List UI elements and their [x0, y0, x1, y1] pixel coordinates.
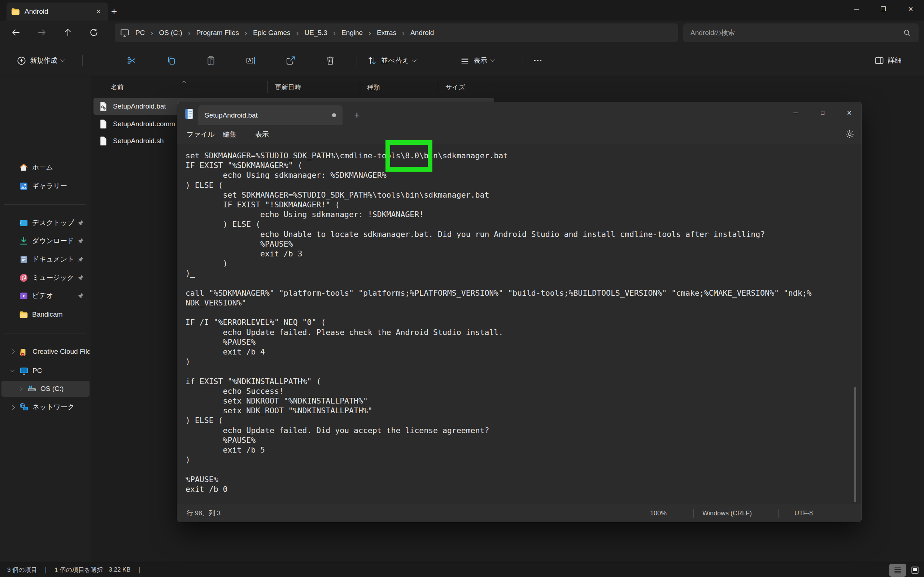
column-header-type[interactable]: 種類 — [367, 79, 380, 95]
view-list-icon — [460, 56, 470, 66]
breadcrumb-item[interactable]: PC — [132, 27, 149, 39]
cursor-position: 行 98、列 3 — [187, 504, 221, 522]
sidebar-item--[interactable]: ダウンロード — [2, 233, 89, 249]
notepad-new-tab-button[interactable]: + — [350, 108, 364, 122]
cut-button[interactable] — [122, 51, 142, 70]
copy-icon — [166, 55, 177, 66]
column-separator[interactable] — [267, 81, 268, 93]
sort-icon — [367, 55, 378, 66]
sidebar-item--[interactable]: デスクトップ — [2, 215, 89, 231]
notepad-scrollbar[interactable] — [855, 387, 856, 502]
up-button[interactable] — [58, 24, 78, 41]
column-separator[interactable] — [360, 81, 360, 93]
details-pane-button[interactable]: 詳細 — [869, 51, 907, 70]
column-header-name[interactable]: 名前 — [111, 79, 124, 95]
line-ending[interactable]: Windows (CRLF) — [703, 504, 752, 522]
pin-icon — [77, 292, 84, 299]
folder-icon — [11, 7, 20, 16]
file-name: SetupAndroid.bat — [113, 102, 166, 110]
tree-chevron-icon[interactable] — [10, 405, 15, 410]
notepad-title-bar[interactable]: SetupAndroid.bat + ─ □ × — [177, 102, 861, 126]
sidebar-item--[interactable]: ホーム — [2, 160, 89, 175]
notepad-text-area[interactable]: set SDKMANAGER=%STUDIO_SDK_PATH%\cmdline… — [177, 144, 861, 504]
column-separator[interactable] — [492, 81, 492, 93]
breadcrumb-separator-icon: › — [400, 29, 407, 37]
address-bar[interactable]: PC›OS (C:)›Program Files›Epic Games›UE_5… — [115, 23, 678, 42]
unsaved-changes-dot — [332, 113, 336, 117]
sidebar-item--[interactable]: ギャラリー — [2, 178, 89, 194]
explorer-status-bar: 3 個の項目 | 1 個の項目を選択 3.22 KB | — [0, 562, 924, 577]
window-maximize-button[interactable]: ❐ — [871, 0, 896, 18]
sidebar-divider — [4, 205, 86, 205]
arrow-left-icon — [11, 28, 21, 37]
refresh-button[interactable] — [84, 24, 104, 41]
breadcrumb-item[interactable]: Engine — [338, 27, 366, 39]
thumbnail-view-toggle[interactable] — [907, 564, 923, 577]
paste-button[interactable] — [201, 51, 221, 70]
details-pane-icon — [874, 56, 884, 66]
sidebar-item-label: ダウンロード — [32, 236, 77, 246]
sidebar-item--[interactable]: ビデオ — [2, 288, 89, 304]
window-close-button[interactable]: × — [898, 0, 923, 18]
sidebar-item-label: PC — [32, 367, 89, 375]
breadcrumb-item[interactable]: Android — [407, 27, 438, 39]
search-box[interactable]: Androidの検索 — [683, 23, 919, 42]
sidebar-item-label: ネットワーク — [32, 403, 89, 412]
sidebar-item-pc[interactable]: PC — [2, 363, 89, 379]
sidebar-item--[interactable]: ミュージック — [2, 270, 89, 285]
view-button[interactable]: 表示 — [454, 51, 500, 70]
share-icon — [285, 55, 296, 66]
sort-button[interactable]: 並べ替え — [361, 51, 422, 70]
code-editor[interactable]: set SDKMANAGER=%STUDIO_SDK_PATH%\cmdline… — [186, 151, 812, 494]
column-separator[interactable] — [438, 81, 438, 93]
breadcrumb-item[interactable]: OS (C:) — [155, 27, 186, 39]
details-view-toggle[interactable] — [889, 564, 906, 577]
delete-button[interactable] — [320, 51, 340, 70]
sidebar-item--[interactable]: ネットワーク — [2, 399, 89, 415]
back-button[interactable] — [6, 24, 26, 41]
notepad-minimize-button[interactable]: ─ — [784, 103, 808, 122]
tree-chevron-icon[interactable] — [18, 387, 23, 391]
column-header-modified[interactable]: 更新日時 — [275, 79, 301, 95]
sidebar-item-label: Creative Cloud Files — [32, 348, 89, 356]
breadcrumb-item[interactable]: UE_5.3 — [301, 27, 331, 39]
encoding[interactable]: UTF-8 — [795, 504, 813, 522]
menu-file[interactable]: ファイル — [181, 128, 220, 141]
rename-button[interactable] — [241, 51, 261, 70]
tree-chevron-icon[interactable] — [10, 350, 15, 354]
breadcrumb-item[interactable]: Epic Games — [249, 27, 294, 39]
menu-edit[interactable]: 編集 — [218, 128, 241, 141]
more-options-button[interactable] — [528, 51, 548, 70]
tree-chevron-icon[interactable] — [10, 367, 15, 372]
arrow-up-icon — [63, 28, 73, 37]
explorer-tab-android[interactable]: Android × — [6, 3, 108, 21]
window-minimize-button[interactable]: ─ — [844, 0, 869, 18]
forward-button[interactable] — [32, 24, 52, 41]
settings-button[interactable] — [844, 129, 855, 140]
sort-button-label: 並べ替え — [381, 56, 409, 65]
notepad-window: SetupAndroid.bat + ─ □ × ファイル編集表示 set SD… — [177, 102, 862, 522]
breadcrumb-item[interactable]: Program Files — [193, 27, 242, 39]
sidebar-item-os-c-[interactable]: OS (C:) — [2, 381, 89, 397]
new-button[interactable]: 新規作成 — [10, 51, 71, 70]
new-tab-button[interactable]: + — [107, 4, 121, 19]
notepad-tab[interactable]: SetupAndroid.bat — [198, 105, 342, 125]
tab-close-icon[interactable]: × — [93, 6, 104, 17]
zoom-level[interactable]: 100% — [650, 504, 667, 522]
notepad-tab-title: SetupAndroid.bat — [205, 111, 332, 119]
search-placeholder: Androidの検索 — [690, 28, 735, 37]
notepad-maximize-button[interactable]: □ — [811, 103, 834, 122]
sidebar-item-label: ホーム — [32, 163, 89, 172]
column-header-size[interactable]: サイズ — [446, 79, 465, 95]
share-button[interactable] — [281, 51, 300, 70]
copy-button[interactable] — [162, 51, 181, 70]
sidebar-item-creative-cloud-files[interactable]: Creative Cloud Files — [2, 344, 89, 359]
notepad-close-button[interactable]: × — [838, 103, 861, 122]
menu-view[interactable]: 表示 — [250, 128, 274, 141]
breadcrumb-item[interactable]: Extras — [373, 27, 400, 39]
sidebar-item-label: OS (C:) — [40, 385, 89, 393]
sidebar-item-bandicam[interactable]: Bandicam — [2, 306, 89, 322]
sidebar-divider — [4, 334, 86, 334]
creative-cloud-icon — [19, 347, 29, 357]
sidebar-item--[interactable]: ドキュメント — [2, 251, 89, 267]
